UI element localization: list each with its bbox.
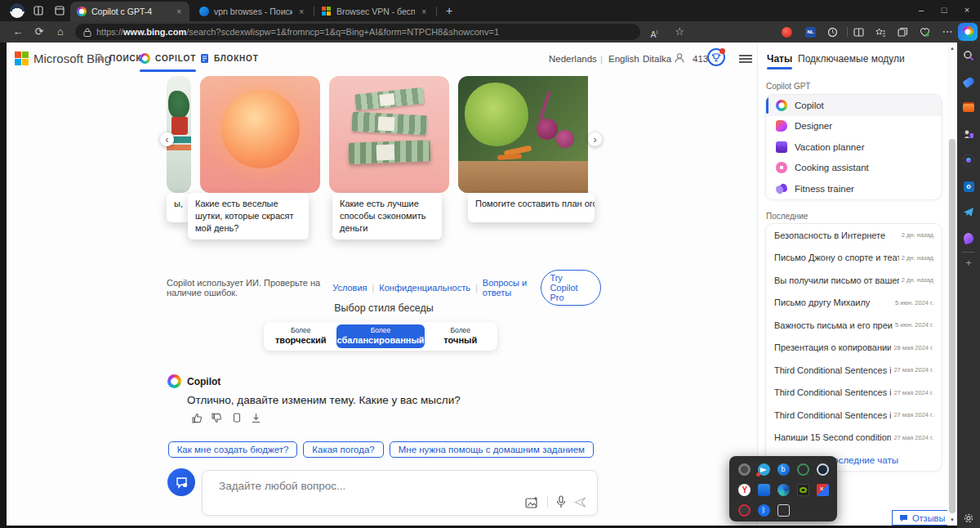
- carousel-card-garden[interactable]: [458, 76, 588, 193]
- minimize-button[interactable]: –: [910, 0, 933, 20]
- style-creative-button[interactable]: Болеетворческий: [266, 324, 335, 348]
- split-screen-icon[interactable]: [853, 27, 864, 38]
- sidebar-add-icon[interactable]: +: [962, 257, 975, 269]
- recorder-extension-icon[interactable]: [782, 27, 792, 38]
- tray-onedrive-icon[interactable]: [758, 484, 770, 496]
- carousel-label[interactable]: Помогите составить план огород: [468, 193, 595, 222]
- style-balanced-button[interactable]: Болеесбалансированный: [336, 324, 424, 348]
- tray-amd-icon[interactable]: [738, 504, 751, 517]
- username[interactable]: Ditalka: [643, 54, 671, 64]
- scrollbar-thumb[interactable]: [949, 139, 956, 513]
- tray-bing-icon[interactable]: b: [777, 463, 790, 476]
- microphone-icon[interactable]: [556, 495, 566, 508]
- tab-close-icon[interactable]: ×: [175, 7, 183, 16]
- thumbs-down-icon[interactable]: [211, 412, 223, 424]
- rewards-points[interactable]: 413: [693, 54, 708, 64]
- nl-extension-icon[interactable]: NL: [805, 27, 816, 38]
- back-button[interactable]: ←: [11, 26, 24, 38]
- carousel-card-jokes[interactable]: [200, 76, 320, 193]
- reload-button[interactable]: ⟳: [33, 26, 46, 38]
- vertical-tabs-icon[interactable]: [54, 5, 65, 16]
- close-button[interactable]: ×: [956, 0, 978, 20]
- carousel-label[interactable]: ы,: [167, 193, 190, 222]
- sidebar-settings-icon[interactable]: [962, 512, 975, 525]
- recent-chat-item[interactable]: Безопасность в Интернете2 дн. назад: [766, 224, 942, 247]
- nav-copilot-tab[interactable]: COPILOT: [140, 43, 196, 74]
- thumbs-up-icon[interactable]: [191, 412, 203, 424]
- page-scrollbar[interactable]: ▲ ▼: [947, 43, 957, 526]
- account-icon[interactable]: [673, 51, 686, 65]
- language-secondary[interactable]: English: [608, 54, 639, 64]
- workspaces-icon[interactable]: [33, 5, 44, 16]
- rewards-trophy-icon[interactable]: [707, 48, 725, 66]
- tray-bluetooth-icon[interactable]: ᛒ: [758, 504, 770, 517]
- read-aloud-icon[interactable]: A): [648, 26, 661, 38]
- export-icon[interactable]: [250, 412, 262, 424]
- tray-steam-icon[interactable]: [817, 463, 829, 476]
- chip-budget[interactable]: Как мне создать бюджет?: [168, 441, 298, 458]
- tray-photos-icon[interactable]: ×: [817, 484, 829, 496]
- send-icon[interactable]: [574, 496, 587, 508]
- chat-input[interactable]: [217, 479, 487, 493]
- history-extension-icon[interactable]: [827, 27, 838, 38]
- address-bar[interactable]: https://www.bing.com/search?scdexwlispw=…: [75, 24, 640, 40]
- profile-avatar[interactable]: [10, 3, 24, 18]
- copy-icon[interactable]: [230, 412, 243, 424]
- scroll-up-icon[interactable]: ▲: [947, 46, 957, 51]
- chip-weather[interactable]: Какая погода?: [303, 441, 383, 458]
- faq-link[interactable]: Вопросы и ответы: [483, 278, 537, 298]
- nav-notebook-tab[interactable]: БЛОКНОТ: [200, 43, 259, 74]
- style-precise-button[interactable]: Болееточный: [426, 324, 495, 348]
- privacy-link[interactable]: Конфиденциальность: [379, 283, 470, 293]
- tray-edge-icon[interactable]: [777, 484, 790, 496]
- tab-copilot[interactable]: Copilot с GPT-4 ×: [70, 2, 189, 21]
- copilot-sidebar-button[interactable]: [958, 23, 978, 41]
- tray-usb-icon[interactable]: [777, 504, 790, 517]
- tab-close-icon[interactable]: ×: [420, 7, 428, 16]
- more-menu-icon[interactable]: ⋯: [941, 26, 954, 38]
- carousel-label[interactable]: Какие есть лучшие способы сэкономить ден…: [332, 193, 442, 239]
- tab-vpn-search[interactable]: vpn browses - Поиск ×: [193, 2, 312, 21]
- recent-chat-item[interactable]: Презентация о копировании и восс28 мая 2…: [766, 337, 942, 360]
- sidebar-telegram-icon[interactable]: [962, 205, 975, 218]
- recent-chat-item[interactable]: Важность письма и его преимущест5 июн. 2…: [766, 314, 942, 337]
- gpt-item-designer[interactable]: Designer: [766, 116, 942, 137]
- carousel-prev-button[interactable]: ‹: [160, 132, 174, 146]
- feedback-button[interactable]: Отзывы: [892, 510, 947, 526]
- recent-chat-item[interactable]: Напиши 15 Second conditional sent27 мая …: [766, 427, 942, 450]
- recent-chat-item[interactable]: Письмо Джону о спорте и театре2 дн. наза…: [766, 247, 942, 270]
- sidebar-drop-icon[interactable]: [962, 231, 975, 244]
- gpt-item-cooking[interactable]: Cooking assistant: [766, 158, 942, 179]
- recent-chat-item[interactable]: Письмо другу Михаилу5 июн. 2024 г.: [766, 292, 942, 315]
- nav-search-tab[interactable]: ПОИСК: [95, 43, 141, 74]
- hamburger-menu-icon[interactable]: [739, 55, 752, 63]
- browser-essentials-icon[interactable]: [920, 27, 930, 38]
- scroll-down-icon[interactable]: ▼: [947, 517, 957, 522]
- recent-chat-item[interactable]: Third Conditional Sentences in Progr27 м…: [766, 382, 942, 405]
- tray-shield-icon[interactable]: [738, 463, 751, 476]
- maximize-button[interactable]: □: [933, 0, 956, 20]
- recent-chat-item[interactable]: Third Conditional Sentences in Progr27 м…: [766, 404, 942, 427]
- tray-nvidia-icon[interactable]: [797, 484, 809, 496]
- language-primary[interactable]: Nederlands: [549, 54, 597, 64]
- recent-chat-item[interactable]: Third Conditional Sentences in Progr27 м…: [766, 359, 942, 382]
- carousel-card-money[interactable]: [329, 76, 449, 193]
- tray-yandex-icon[interactable]: Y: [738, 484, 751, 496]
- home-button[interactable]: ⌂: [54, 26, 67, 38]
- new-topic-button[interactable]: [167, 468, 195, 496]
- sidebar-outlook-icon[interactable]: o: [962, 180, 975, 193]
- sidebar-loop-icon[interactable]: [962, 154, 975, 167]
- gpt-item-copilot[interactable]: Copilot: [766, 95, 942, 116]
- add-image-icon[interactable]: [525, 496, 539, 508]
- favorites-bar-icon[interactable]: [875, 27, 886, 38]
- tab-browsec[interactable]: Browsec VPN - бесплатный ВПН ×: [315, 2, 434, 21]
- sidebar-tools-icon[interactable]: [962, 101, 975, 114]
- gpt-item-vacation[interactable]: Vacation planner: [766, 136, 942, 158]
- sidebar-shopping-icon[interactable]: [962, 75, 975, 88]
- sidebar-games-icon[interactable]: [962, 128, 975, 141]
- carousel-label[interactable]: Какие есть веселые шутки, которые скрася…: [188, 193, 309, 239]
- chats-tab[interactable]: Чаты: [767, 53, 792, 65]
- collections-icon[interactable]: [898, 27, 908, 38]
- carousel-next-button[interactable]: ›: [588, 132, 602, 146]
- plugins-tab[interactable]: Подключаемые модули: [798, 53, 905, 65]
